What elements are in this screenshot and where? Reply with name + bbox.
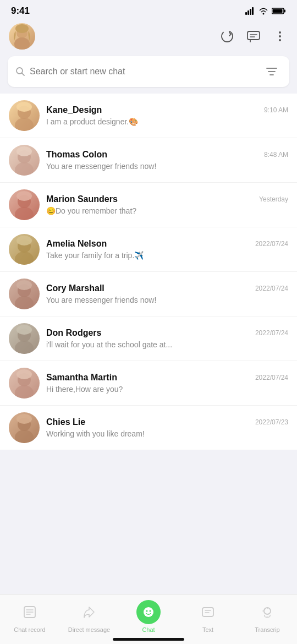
svg-point-25	[16, 102, 32, 112]
svg-line-19	[22, 73, 25, 76]
svg-point-16	[279, 35, 281, 37]
chat-avatar	[9, 412, 40, 443]
chat-preview: I am a product designer.🎨	[46, 117, 288, 126]
more-icon[interactable]	[272, 28, 288, 45]
chat-content: Cory Marshall 2022/07/24 You are messeng…	[46, 283, 288, 304]
chat-top-row: Marion Saunders Yesterday	[46, 194, 288, 204]
svg-point-45	[15, 430, 34, 443]
svg-point-43	[16, 369, 32, 379]
chat-time: 2022/07/24	[255, 374, 288, 381]
chat-avatar	[9, 145, 40, 176]
chat-time: 2022/07/24	[255, 240, 288, 248]
chat-item[interactable]: Amelia Nelson 2022/07/24 Take your famil…	[0, 227, 297, 272]
chat-item[interactable]: Kane_Design 9:10 AM I am a product desig…	[0, 94, 297, 138]
svg-rect-6	[284, 10, 286, 13]
chat-item[interactable]: Thomas Colon 8:48 AM You are messenger f…	[0, 138, 297, 183]
chat-time: 8:48 AM	[264, 151, 288, 159]
chat-content: Marion Saunders Yesterday 😊Do you rememb…	[46, 194, 288, 215]
direct-message-icon	[77, 600, 101, 624]
chat-label: Chat	[142, 626, 155, 633]
svg-rect-12	[248, 31, 260, 40]
chat-preview: 😊Do you remember that?	[46, 206, 288, 215]
chat-preview: Take your family for a trip.✈️	[46, 251, 288, 260]
chat-icon	[136, 600, 161, 624]
chat-top-row: Kane_Design 9:10 AM	[46, 105, 288, 115]
svg-point-53	[150, 610, 151, 612]
chat-avatar	[9, 234, 40, 265]
header-actions	[219, 28, 288, 45]
refresh-icon[interactable]	[219, 28, 235, 45]
wifi-icon	[258, 7, 268, 15]
app-header	[0, 20, 297, 56]
chat-item[interactable]: Cory Marshall 2022/07/24 You are messeng…	[0, 272, 297, 316]
chat-preview: You are messenger friends now!	[46, 296, 288, 304]
chat-name: Don Rodgers	[46, 328, 101, 338]
svg-rect-0	[245, 12, 247, 15]
svg-point-10	[15, 24, 29, 33]
text-icon	[196, 600, 220, 624]
chat-top-row: Thomas Colon 8:48 AM	[46, 150, 288, 160]
svg-point-27	[15, 162, 34, 176]
nav-item-direct-message[interactable]: Direct message	[67, 600, 111, 633]
chat-preview: Working with you like dream!	[46, 429, 288, 438]
chat-item[interactable]: Chies Lie 2022/07/23 Working with you li…	[0, 406, 297, 450]
battery-icon	[272, 7, 286, 15]
search-icon	[15, 67, 25, 77]
signal-icon	[245, 7, 255, 15]
chat-content: Kane_Design 9:10 AM I am a product desig…	[46, 105, 288, 126]
chat-record-label: Chat record	[14, 626, 45, 633]
text-label: Text	[202, 626, 213, 633]
svg-point-30	[15, 207, 34, 220]
svg-rect-3	[252, 7, 254, 15]
chat-top-row: Cory Marshall 2022/07/24	[46, 283, 288, 293]
svg-point-24	[15, 118, 34, 131]
nav-item-chat[interactable]: Chat	[127, 600, 170, 633]
chat-top-row: Don Rodgers 2022/07/24	[46, 328, 288, 338]
chat-avatar	[9, 368, 40, 399]
transcript-icon	[255, 600, 279, 624]
svg-rect-54	[202, 608, 213, 616]
svg-rect-1	[248, 10, 249, 15]
status-icons	[245, 7, 286, 15]
svg-point-40	[16, 325, 32, 335]
nav-item-transcript[interactable]: Transcrip	[245, 600, 289, 633]
svg-rect-7	[273, 9, 283, 13]
chat-time: Yesterday	[259, 195, 288, 203]
nav-item-chat-record[interactable]: Chat record	[8, 600, 52, 633]
chat-content: Don Rodgers 2022/07/24 i'll wait for you…	[46, 328, 288, 349]
filter-button[interactable]	[262, 62, 282, 81]
user-avatar[interactable]	[9, 23, 35, 50]
chat-item[interactable]: Samantha Martin 2022/07/24 Hi there,How …	[0, 361, 297, 406]
nav-item-text[interactable]: Text	[186, 600, 230, 633]
chat-item[interactable]: Don Rodgers 2022/07/24 i'll wait for you…	[0, 316, 297, 361]
chat-name: Samantha Martin	[46, 373, 117, 383]
chat-name: Thomas Colon	[46, 150, 107, 160]
svg-point-33	[15, 252, 34, 265]
chat-name: Cory Marshall	[46, 283, 105, 293]
chat-avatar	[9, 189, 40, 220]
message-icon[interactable]	[245, 28, 262, 45]
svg-point-15	[279, 31, 281, 34]
search-container	[0, 56, 297, 94]
svg-point-36	[15, 296, 34, 309]
search-input[interactable]	[30, 67, 254, 77]
chat-time: 2022/07/23	[255, 418, 288, 426]
chat-content: Chies Lie 2022/07/23 Working with you li…	[46, 417, 288, 438]
svg-line-59	[265, 609, 265, 610]
chat-content: Samantha Martin 2022/07/24 Hi there,How …	[46, 373, 288, 394]
chat-name: Chies Lie	[46, 417, 85, 427]
chat-time: 9:10 AM	[264, 106, 288, 114]
svg-point-34	[16, 236, 32, 245]
chat-time: 2022/07/24	[255, 329, 288, 337]
chat-avatar	[9, 100, 40, 131]
chat-top-row: Amelia Nelson 2022/07/24	[46, 239, 288, 249]
chat-avatar	[9, 323, 40, 354]
chat-time: 2022/07/24	[255, 285, 288, 292]
chat-content: Amelia Nelson 2022/07/24 Take your famil…	[46, 239, 288, 260]
chat-record-icon	[18, 600, 42, 624]
svg-point-37	[16, 280, 32, 290]
svg-point-46	[16, 414, 32, 424]
direct-message-label: Direct message	[68, 626, 110, 633]
svg-rect-2	[250, 9, 251, 15]
chat-item[interactable]: Marion Saunders Yesterday 😊Do you rememb…	[0, 183, 297, 227]
